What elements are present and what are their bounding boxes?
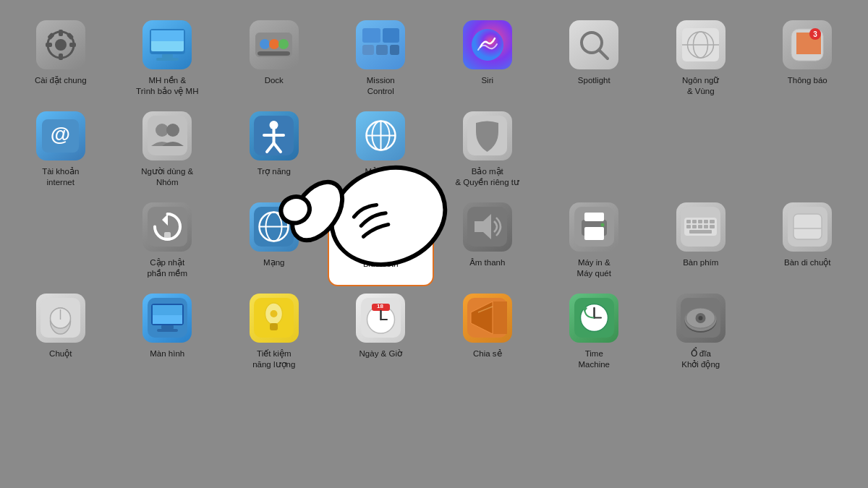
svg-rect-39 (148, 116, 187, 155)
svg-rect-83 (698, 225, 702, 228)
pref-printer[interactable]: Máy in &Máy quét (541, 195, 648, 286)
internet-label: Tài khoảninternet (42, 166, 79, 188)
svg-rect-84 (704, 225, 708, 228)
pref-keyboard[interactable]: Bàn phím (647, 195, 754, 286)
svg-rect-98 (161, 325, 174, 329)
empty-4 (7, 195, 114, 286)
bluetooth-icon (356, 204, 405, 253)
svg-rect-4 (46, 43, 52, 47)
svg-rect-3 (59, 53, 63, 60)
svg-point-16 (260, 39, 270, 49)
dock-label: Dock (265, 75, 284, 86)
svg-rect-23 (390, 45, 399, 55)
svg-rect-77 (692, 220, 697, 223)
pref-accessibility[interactable]: Trợ năng (221, 104, 328, 195)
display-icon (142, 294, 192, 343)
pref-trackpad[interactable]: Bàn di chuột (754, 195, 861, 286)
pref-datetime[interactable]: 18 Ngày & Giờ (328, 286, 435, 377)
svg-rect-56 (164, 232, 171, 241)
svg-rect-82 (692, 225, 697, 228)
svg-rect-72 (584, 213, 604, 221)
dock-icon (250, 20, 299, 69)
pref-startup[interactable]: Ổ đĩaKhởi động (647, 286, 754, 377)
energy-label: Tiết kiệmnăng lượng (252, 348, 295, 370)
svg-rect-78 (698, 220, 702, 223)
pref-language[interactable]: Ngôn ngữ& Vùng (647, 13, 754, 104)
svg-point-41 (166, 124, 179, 137)
datetime-label: Ngày & Giờ (359, 348, 402, 359)
security-label: Bảo mật& Quyền riêng tư (455, 166, 519, 188)
accessibility-label: Trợ năng (258, 166, 291, 177)
security-icon (463, 111, 512, 160)
network-wide-label: Mở rộng (365, 166, 396, 177)
mouse-label: Chuột (49, 348, 72, 359)
pref-timemachine[interactable]: TimeMachine (541, 286, 648, 377)
svg-point-18 (278, 39, 289, 49)
timemachine-icon (569, 294, 618, 343)
pref-display[interactable]: Màn hình (114, 286, 221, 377)
svg-rect-113 (493, 301, 507, 334)
trackpad-icon (783, 202, 832, 252)
pref-mouse[interactable]: Chuột (7, 286, 114, 377)
pref-general[interactable]: Cài đặt chung (7, 13, 114, 104)
spotlight-icon (569, 20, 618, 69)
pref-bluetooth[interactable]: Bluetooth (328, 195, 435, 286)
svg-rect-86 (689, 230, 712, 234)
pref-security[interactable]: Bảo mật& Quyền riêng tư (434, 104, 541, 195)
svg-rect-97 (153, 305, 182, 315)
keyboard-label: Bàn phím (683, 257, 718, 268)
pref-mission[interactable]: MissionControl (328, 13, 435, 104)
pref-network[interactable]: Mạng (221, 195, 328, 286)
empty-row4-2 (7, 377, 114, 464)
svg-rect-10 (151, 30, 184, 41)
network-label: Mạng (263, 257, 284, 268)
svg-rect-80 (710, 220, 715, 223)
pref-energy[interactable]: Tiết kiệmnăng lượng (221, 286, 328, 377)
pref-internet[interactable]: @ Tài khoảninternet (7, 104, 114, 195)
pref-notification[interactable]: 3 Thông báo (754, 13, 861, 104)
pref-network-wide[interactable]: Mở rộng (328, 104, 435, 195)
pref-siri[interactable]: Siri (434, 13, 541, 104)
sound-label: Âm thanh (469, 257, 505, 268)
pref-users[interactable]: Người dùng &Nhóm (114, 104, 221, 195)
startup-label: Ổ đĩaKhởi động (681, 348, 720, 370)
svg-rect-81 (686, 225, 691, 228)
update-icon (142, 202, 192, 252)
users-label: Người dùng &Nhóm (141, 166, 193, 188)
pref-sharing[interactable]: Chia sẻ (434, 286, 541, 377)
svg-point-1 (55, 39, 67, 51)
mission-label: MissionControl (367, 75, 395, 97)
svg-rect-79 (704, 220, 708, 223)
general-icon (36, 20, 85, 69)
mission-icon (356, 20, 405, 69)
siri-icon (463, 20, 512, 69)
pref-desktop[interactable]: MH nền &Trình bảo vệ MH (114, 13, 221, 104)
pref-dock[interactable]: Dock (221, 13, 328, 104)
svg-rect-22 (376, 45, 388, 55)
pref-sound[interactable]: Âm thanh (434, 195, 541, 286)
svg-point-103 (271, 310, 278, 317)
internet-icon: @ (36, 111, 85, 160)
sharing-label: Chia sẻ (473, 348, 502, 359)
mouse-icon (36, 294, 85, 343)
svg-rect-21 (362, 45, 374, 55)
sharing-icon (463, 294, 512, 343)
svg-point-24 (472, 29, 503, 61)
accessibility-icon (250, 111, 299, 160)
spotlight-label: Spotlight (578, 75, 610, 86)
display-label: Màn hình (150, 348, 184, 359)
bluetooth-label: Bluetooth (363, 259, 399, 270)
pref-spotlight[interactable]: Spotlight (541, 13, 648, 104)
empty-row4-1 (754, 286, 861, 377)
pref-update[interactable]: Cập nhậtphần mềm (114, 195, 221, 286)
desktop-label: MH nền &Trình bảo vệ MH (136, 75, 198, 97)
notification-label: Thông báo (788, 75, 827, 86)
svg-rect-85 (710, 225, 715, 228)
svg-rect-76 (686, 220, 691, 223)
svg-rect-19 (362, 28, 380, 43)
desktop-icon (142, 20, 192, 69)
keyboard-icon (676, 202, 726, 252)
energy-icon (250, 294, 299, 343)
datetime-icon: 18 (356, 294, 405, 343)
svg-rect-20 (383, 28, 399, 43)
